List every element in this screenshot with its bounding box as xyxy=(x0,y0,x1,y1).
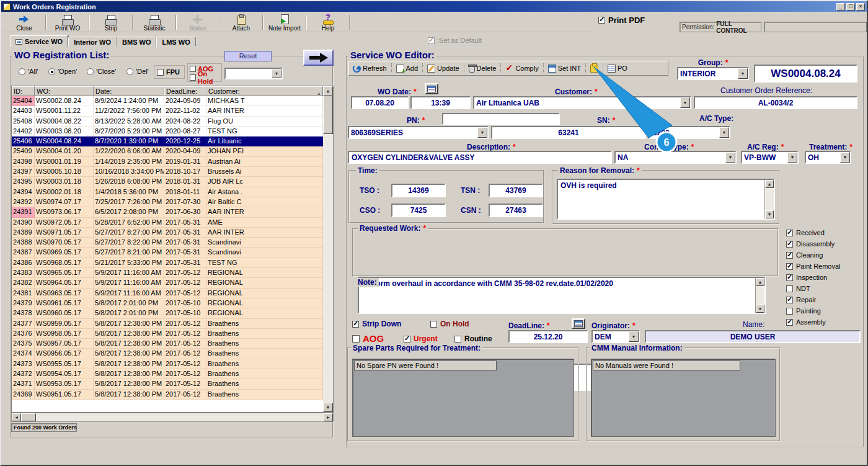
horizontal-scrollbar[interactable] xyxy=(11,413,334,422)
treatment-checkbox-received[interactable]: Received xyxy=(786,227,862,238)
urgent-checkbox[interactable]: Urgent xyxy=(404,334,438,343)
wo-date-calendar-button[interactable] xyxy=(425,83,438,94)
chevron-down-icon[interactable] xyxy=(738,68,748,79)
column-header-id[interactable]: ID: xyxy=(12,86,35,96)
radio-open[interactable]: 'Open' xyxy=(48,68,77,75)
tsn-field[interactable]: 43769 xyxy=(489,184,543,197)
note-import-button[interactable]: Note Import xyxy=(264,13,305,32)
close-button[interactable]: Close xyxy=(4,13,45,32)
column-header-date[interactable]: Date: xyxy=(94,86,164,96)
table-row[interactable]: 24395WS0003.01.181/26/2018 6:08:00 PM201… xyxy=(12,177,323,187)
customer-order-reference-field[interactable]: AL-0034/2 xyxy=(694,96,857,109)
help-button[interactable]: Help xyxy=(308,13,348,32)
add-button[interactable]: Add xyxy=(392,62,422,74)
radio-del[interactable]: 'Del' xyxy=(126,68,149,75)
csn-field[interactable]: 27463 xyxy=(489,204,543,217)
tab-service-wo[interactable]: Service WO xyxy=(10,35,68,47)
scroll-up-icon[interactable] xyxy=(323,86,333,96)
table-row[interactable]: 24387WS0969.05.175/27/2017 8:21:00 PM201… xyxy=(12,248,323,258)
chevron-down-icon[interactable] xyxy=(725,152,735,163)
strip-button[interactable]: Strip xyxy=(91,13,131,32)
table-row[interactable]: 25408WS0004.08.228/13/2022 5:28:00 AM202… xyxy=(12,117,323,127)
chevron-down-icon[interactable] xyxy=(629,331,639,342)
table-row[interactable]: 24376WS0958.05.175/8/2017 12:38:00 PM201… xyxy=(12,329,323,339)
transfer-arrow-button[interactable] xyxy=(303,50,334,66)
chevron-down-icon[interactable] xyxy=(719,127,729,138)
table-row[interactable]: 25409WS0004.01.201/22/2020 6:06:00 AM202… xyxy=(12,146,323,156)
scroll-up-icon[interactable] xyxy=(765,180,774,188)
originator-select[interactable]: DEM xyxy=(591,330,640,343)
table-row[interactable]: 24379WS0961.05.175/8/2017 2:01:00 PM2017… xyxy=(12,298,323,308)
treatment-checkbox-inspection[interactable]: Inspection xyxy=(786,272,862,283)
update-button[interactable]: Update xyxy=(423,62,463,74)
tab-interior-wo[interactable]: Interior WO xyxy=(68,37,117,47)
aog-checkbox[interactable]: AOG xyxy=(352,333,384,344)
table-row[interactable]: 24397WS0005.10.1810/16/2018 3:34:00 PM20… xyxy=(12,167,323,177)
comply-button[interactable]: Comply xyxy=(502,62,542,74)
treatment-checkbox-paint-removal[interactable]: Paint Removal xyxy=(786,261,862,272)
cso-field[interactable]: 7425 xyxy=(391,204,446,217)
routine-checkbox[interactable]: Routine xyxy=(454,334,492,343)
print-wo-button[interactable]: Print WO xyxy=(47,13,88,32)
pn-extra-field[interactable] xyxy=(442,113,560,125)
description-field[interactable]: OXYGEN CYLINDER&VALVE ASSY xyxy=(348,151,612,164)
set-as-default-checkbox[interactable]: :Set as Default xyxy=(428,37,482,44)
table-row[interactable]: 24382WS0964.05.175/9/2017 11:16:00 AM201… xyxy=(12,278,323,288)
table-row[interactable]: 25404WS0002.08.248/9/2024 1:24:00 PM2024… xyxy=(12,96,323,106)
chevron-down-icon[interactable] xyxy=(272,69,281,78)
table-row[interactable]: 24371WS0953.05.175/8/2017 12:38:00 PM201… xyxy=(12,379,323,389)
scroll-down-icon[interactable] xyxy=(765,210,774,218)
strip-down-checkbox[interactable]: Strip Down xyxy=(352,320,401,328)
scroll-track[interactable] xyxy=(36,413,324,421)
status-button[interactable]: Status xyxy=(177,13,218,32)
delete-button[interactable]: Delete xyxy=(465,62,500,74)
treatment-checkbox-disassembly[interactable]: Disassembly xyxy=(786,238,862,249)
tso-field[interactable]: 14369 xyxy=(391,184,446,197)
treatment-checkbox-repair[interactable]: Repair xyxy=(786,294,862,305)
treatment-checkbox-ndt[interactable]: NDT xyxy=(786,283,862,294)
statistic-button[interactable]: Statistic xyxy=(134,13,175,32)
fpu-checkbox[interactable]: FPU xyxy=(154,65,185,79)
table-row[interactable]: 24369WS0951.05.175/8/2017 12:38:00 PM201… xyxy=(12,390,323,400)
chevron-down-icon[interactable] xyxy=(787,152,797,163)
scroll-down-icon[interactable] xyxy=(323,403,333,412)
maximize-button[interactable]: □ xyxy=(846,3,855,11)
deadline-calendar-button[interactable] xyxy=(572,318,585,329)
table-row[interactable]: 24374WS0956.05.175/8/2017 12:38:00 PM201… xyxy=(12,349,323,359)
onhold-filter-checkbox[interactable]: On Hold xyxy=(190,73,219,82)
table-row[interactable]: 24391WS0973.06.176/5/2017 2:08:00 PM2017… xyxy=(12,207,323,217)
column-header-deadline[interactable]: DeadLine: xyxy=(164,86,206,96)
reason-for-removal-textarea[interactable]: OVH is required xyxy=(557,179,775,220)
textarea-scrollbar[interactable] xyxy=(764,180,774,218)
scrollbar-thumb[interactable] xyxy=(323,96,333,134)
close-window-button[interactable]: × xyxy=(856,3,865,11)
set-int-button[interactable]: Set INT xyxy=(544,62,585,74)
wo-date-field[interactable]: 07.08.20 xyxy=(351,96,409,109)
attach-button[interactable]: Attach xyxy=(221,13,262,32)
chevron-down-icon[interactable] xyxy=(840,152,850,163)
textarea-scrollbar[interactable] xyxy=(755,278,764,313)
radio-all[interactable]: 'All' xyxy=(19,68,38,75)
table-row[interactable]: 24386WS0968.05.175/21/2017 5:33:00 PM201… xyxy=(12,258,323,268)
scroll-right-icon[interactable] xyxy=(324,413,333,421)
treatment-checkbox-assembly[interactable]: Assembly xyxy=(786,316,862,328)
wo-time-field[interactable]: 13:39 xyxy=(410,96,471,109)
table-row[interactable]: 24403WS0001.11.2211/2/2022 7:56:00 PM202… xyxy=(12,106,323,116)
tab-bms-wo[interactable]: BMS WO xyxy=(117,37,156,47)
scroll-track[interactable] xyxy=(323,134,333,403)
scroll-up-icon[interactable] xyxy=(756,278,764,286)
column-header-customer[interactable]: Customer:▲ xyxy=(206,86,323,96)
table-row[interactable]: 24377WS0959.05.175/8/2017 12:38:00 PM201… xyxy=(12,319,323,329)
on-hold-checkbox[interactable]: On Hold xyxy=(430,320,469,328)
filter-select[interactable] xyxy=(224,68,283,79)
column-header-wo[interactable]: WO: xyxy=(35,86,94,96)
treatment-select[interactable]: OH xyxy=(805,151,851,164)
table-row[interactable]: 24398WS0001.01.191/14/2019 2:35:00 PM201… xyxy=(12,157,323,167)
deadline-field[interactable]: 25.12.20 xyxy=(508,330,588,343)
minimize-button[interactable]: _ xyxy=(836,3,845,11)
table-row[interactable]: 24378WS0960.05.175/8/2017 2:01:00 PM2017… xyxy=(12,308,323,318)
table-row[interactable]: 24402WS0003.08.208/27/2020 5:29:00 PM202… xyxy=(12,127,323,137)
refresh-button[interactable]: Refresh xyxy=(349,62,391,74)
table-row[interactable]: 24389WS0971.05.175/27/2017 8:27:00 PM201… xyxy=(12,228,323,238)
table-row[interactable]: 25406WS0004.08.248/7/2020 1:39:00 PM2020… xyxy=(12,137,323,146)
